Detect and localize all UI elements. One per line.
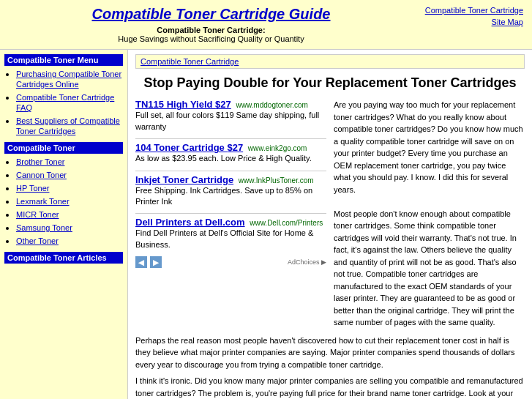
subtitle-text: Huge Savings without Sacrificing Quality… — [118, 34, 304, 43]
sidebar-section1-title: Compatible Toner Menu — [4, 54, 123, 66]
ad1-url: www.mddogtoner.com — [236, 101, 307, 109]
sidebar-link-cannon[interactable]: Cannon Toner — [16, 171, 67, 179]
list-item: Compatible Toner Cartridge FAQ — [16, 92, 123, 113]
main-heading: Stop Paying Double for Your Replacement … — [135, 75, 525, 92]
ad-block-4: Dell Printers at Dell.com www.Dell.com/P… — [135, 217, 326, 250]
ad-navigation: ◀ ▶ AdChoices ▶ — [135, 256, 326, 268]
header-left: Compatible Toner Cartridge Guide Compati… — [9, 6, 413, 43]
sidebar-link-brother[interactable]: Brother Toner — [16, 157, 64, 166]
list-item: Other Toner — [16, 236, 123, 246]
ad1-title-text: TN115 High Yield $27 — [135, 99, 231, 110]
ad-block-2: 104 Toner Cartridge $27 www.eink2go.com … — [135, 142, 326, 164]
sidebar-link-micr[interactable]: MICR Toner — [16, 210, 59, 219]
list-item: Purchasing Compatible Toner Cartridges O… — [16, 69, 123, 89]
sidebar-link-purchasing[interactable]: Purchasing Compatible Toner Cartridges O… — [16, 70, 121, 89]
ad2-url: www.eink2go.com — [248, 144, 307, 152]
ad3-url: www.InkPlusToner.com — [239, 176, 314, 184]
ad1-title-line: TN115 High Yield $27 www.mddogtoner.com — [135, 99, 326, 110]
ad3-desc: Free Shipping. Ink Cartridges. Save up t… — [135, 185, 326, 208]
sidebar: Compatible Toner Menu Purchasing Compati… — [0, 50, 128, 399]
sidebar-link-other[interactable]: Other Toner — [16, 236, 59, 245]
two-column-section: TN115 High Yield $27 www.mddogtoner.com … — [135, 99, 525, 329]
ad2-title[interactable]: 104 Toner Cartridge $27 — [135, 142, 243, 153]
main-layout: Compatible Toner Menu Purchasing Compati… — [0, 50, 532, 399]
ad4-title-line: Dell Printers at Dell.com www.Dell.com/P… — [135, 217, 326, 228]
ad4-title-text: Dell Printers at Dell.com — [135, 217, 245, 228]
ad4-title[interactable]: Dell Printers at Dell.com — [135, 217, 245, 228]
list-item: Cannon Toner — [16, 170, 123, 180]
list-item: Best Suppliers of Compatible Toner Cartr… — [16, 116, 123, 136]
ad2-desc: As low as $23.95 each. Low Price & High … — [135, 153, 326, 164]
ad4-url: www.Dell.com/Printers — [250, 219, 323, 227]
list-item: MICR Toner — [16, 209, 123, 220]
sidebar-section2-title: Compatible Toner — [4, 142, 123, 154]
ad2-title-line: 104 Toner Cartridge $27 www.eink2go.com — [135, 142, 326, 153]
content-area: Compatible Toner Cartridge Stop Paying D… — [128, 50, 532, 399]
sidebar-section3-title: Compatible Toner Articles — [4, 252, 123, 264]
list-item: Lexmark Toner — [16, 196, 123, 206]
subtitle-bold: Compatible Toner Cartridge: — [157, 26, 265, 34]
list-item: Samsung Toner — [16, 223, 123, 233]
header-nav: Compatible Toner Cartridge Site Map — [413, 6, 523, 26]
ad-next-button[interactable]: ▶ — [150, 256, 162, 268]
divider — [135, 171, 326, 171]
sidebar-link-faq[interactable]: Compatible Toner Cartridge FAQ — [16, 93, 114, 112]
ad1-desc: Full set, all four colors $119 Same day … — [135, 110, 326, 133]
sidebar-link-samsung[interactable]: Samsung Toner — [16, 223, 72, 232]
sidebar-link-lexmark[interactable]: Lexmark Toner — [16, 197, 70, 206]
breadcrumb-link[interactable]: Compatible Toner Cartridge — [141, 57, 239, 66]
ad-prev-button[interactable]: ◀ — [135, 256, 147, 268]
sidebar-link-suppliers[interactable]: Best Suppliers of Compatible Toner Cartr… — [16, 116, 120, 135]
list-item: HP Toner — [16, 183, 123, 193]
list-item: Brother Toner — [16, 157, 123, 167]
sidebar-link-hp[interactable]: HP Toner — [16, 184, 49, 193]
ad1-title[interactable]: TN115 High Yield $27 — [135, 99, 231, 110]
ad-block-3: Inkjet Toner Cartridge www.InkPlusToner.… — [135, 174, 326, 208]
right-col-para2: Most people don't know enough about comp… — [334, 208, 525, 329]
body-para1: Perhaps the real reason most people have… — [135, 335, 525, 371]
sidebar-section1-list: Purchasing Compatible Toner Cartridges O… — [4, 69, 123, 136]
ad3-title[interactable]: Inkjet Toner Cartridge — [135, 174, 233, 185]
ad-choices-label: AdChoices ▶ — [288, 258, 326, 266]
divider — [135, 138, 326, 139]
right-col-para1: Are you paying way too much for your rep… — [334, 99, 525, 195]
right-text-column: Are you paying way too much for your rep… — [334, 99, 525, 329]
ad3-title-line: Inkjet Toner Cartridge www.InkPlusToner.… — [135, 174, 326, 185]
sidebar-section2-list: Brother Toner Cannon Toner HP Toner Lexm… — [4, 157, 123, 246]
divider — [135, 213, 326, 214]
body-text-section: Perhaps the real reason most people have… — [135, 335, 525, 399]
ad2-title-text: 104 Toner Cartridge $27 — [135, 142, 243, 153]
ads-column: TN115 High Yield $27 www.mddogtoner.com … — [135, 99, 326, 329]
ad3-title-text: Inkjet Toner Cartridge — [135, 174, 233, 185]
ad-block-1: TN115 High Yield $27 www.mddogtoner.com … — [135, 99, 326, 133]
nav-link-compatible-toner[interactable]: Compatible Toner Cartridge — [413, 6, 523, 15]
site-title[interactable]: Compatible Toner Cartridge Guide — [9, 6, 413, 23]
body-para2: I think it's ironic. Did you know many m… — [135, 375, 525, 399]
nav-link-sitemap[interactable]: Site Map — [413, 18, 523, 26]
header: Compatible Toner Cartridge Guide Compati… — [0, 0, 532, 50]
header-subtitle: Compatible Toner Cartridge: Huge Savings… — [9, 26, 413, 43]
page-wrapper: Compatible Toner Cartridge Guide Compati… — [0, 0, 532, 399]
ad4-desc: Find Dell Printers at Dell's Official Si… — [135, 228, 326, 250]
breadcrumb-bar: Compatible Toner Cartridge — [135, 54, 525, 69]
